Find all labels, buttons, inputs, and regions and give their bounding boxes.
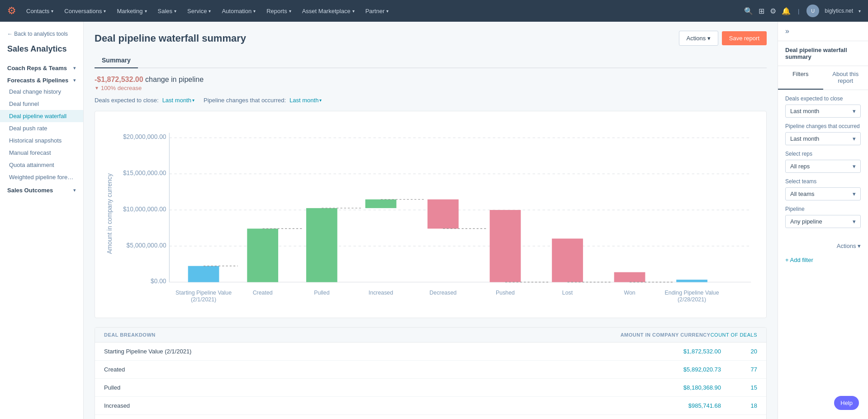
nav-conversations[interactable]: Conversations▾ — [60, 5, 110, 17]
account-dropdown-caret[interactable]: ▾ — [859, 9, 861, 14]
deals-filter-caret: ▾ — [192, 98, 194, 103]
svg-text:(2/1/2021): (2/1/2021) — [191, 296, 216, 303]
pipeline-filter-label: Pipeline changes that occurred: — [204, 97, 286, 104]
help-button[interactable]: Help — [834, 396, 859, 410]
svg-text:Starting Pipeline Value: Starting Pipeline Value — [175, 290, 232, 296]
panel-toggle-button[interactable]: » — [778, 22, 868, 41]
sidebar-item-deal-funnel[interactable]: Deal funnel — [0, 98, 83, 110]
nav-marketing[interactable]: Marketing▾ — [112, 5, 151, 17]
table-row: Decreased $3,249,455.15 44 — [95, 415, 766, 419]
sidebar-item-quota-attainment[interactable]: Quota attainment — [0, 159, 83, 171]
pipeline-caret: ▾ — [853, 218, 856, 225]
bar-created[interactable] — [247, 229, 278, 282]
table-row: Starting Pipeline Value (2/1/2021) $1,87… — [95, 343, 766, 361]
main-content: Deal pipeline waterfall summary Actions … — [84, 22, 778, 419]
svg-text:$10,000,000.00: $10,000,000.00 — [123, 206, 166, 213]
nav-right-section: 🔍 ⊞ ⚙ 🔔 | U biglytics.net ▾ — [744, 5, 861, 17]
sidebar-item-historical-snapshots[interactable]: Historical snapshots — [0, 134, 83, 147]
deal-breakdown-table: DEAL BREAKDOWN AMOUNT IN COMPANY CURRENC… — [95, 327, 767, 419]
top-navigation: ⚙ Contacts▾ Conversations▾ Marketing▾ Sa… — [0, 0, 868, 22]
pipeline-change-stat: -$1,872,532.00 change in pipeline — [95, 76, 767, 84]
settings-icon[interactable]: ⚙ — [770, 7, 776, 15]
waterfall-chart: $20,000,000.00 $15,000,000.00 $10,000,00… — [104, 120, 757, 307]
teams-select[interactable]: All teams ▾ — [785, 187, 861, 200]
right-panel-title: Deal pipeline waterfall summary — [778, 41, 868, 66]
pipeline-label: Pipeline — [785, 206, 861, 212]
teams-caret: ▾ — [853, 190, 856, 197]
sidebar-item-deal-pipeline-waterfall[interactable]: Deal pipeline waterfall — [0, 110, 83, 122]
summary-stats: -$1,872,532.00 change in pipeline ▼ 100%… — [95, 76, 767, 91]
table-row: Created $5,892,020.73 77 — [95, 361, 766, 379]
filter-bar: Deals expected to close: Last month ▾ Pi… — [95, 97, 767, 104]
bar-pulled[interactable] — [306, 208, 337, 282]
deals-filter-label: Deals expected to close: — [95, 97, 159, 104]
sidebar-section-sales-outcomes[interactable]: Sales Outcomes ▾ — [0, 183, 83, 195]
tab-summary[interactable]: Summary — [95, 53, 138, 68]
svg-text:$0.00: $0.00 — [151, 278, 166, 285]
bar-ending-pipeline[interactable] — [676, 280, 707, 282]
pipeline-filter-value[interactable]: Last month ▾ — [289, 97, 322, 104]
table-row: Increased $985,741.68 18 — [95, 397, 766, 415]
nav-marketplace[interactable]: Asset Marketplace▾ — [298, 5, 359, 17]
sidebar-item-deal-push-rate[interactable]: Deal push rate — [0, 122, 83, 134]
filter-section: Deals expected to close Last month ▾ Pip… — [778, 90, 868, 239]
report-actions: Actions ▾ Save report — [679, 31, 767, 46]
bar-won[interactable] — [614, 272, 645, 282]
reps-select[interactable]: All reps ▾ — [785, 160, 861, 173]
pipeline-changes-select[interactable]: Last month ▾ — [785, 132, 861, 145]
nav-sales[interactable]: Sales▾ — [153, 5, 181, 17]
bar-lost[interactable] — [552, 238, 583, 282]
pipeline-filter-caret: ▾ — [319, 98, 322, 103]
save-report-button[interactable]: Save report — [722, 31, 767, 45]
bar-increased[interactable] — [365, 200, 397, 208]
user-avatar[interactable]: U — [806, 5, 819, 17]
nav-service[interactable]: Service▾ — [183, 5, 215, 17]
actions-button[interactable]: Actions ▾ — [679, 31, 718, 46]
sidebar-title: Sales Analytics — [0, 43, 83, 61]
svg-text:Lost: Lost — [562, 290, 573, 296]
down-triangle-icon: ▼ — [95, 86, 99, 90]
report-header: Deal pipeline waterfall summary Actions … — [95, 31, 767, 46]
filter-actions-link[interactable]: Actions ▾ — [837, 243, 861, 249]
tab-bar: Summary — [95, 53, 767, 68]
svg-text:Increased: Increased — [369, 290, 393, 296]
sidebar-section-coach[interactable]: Coach Reps & Teams ▾ — [0, 61, 83, 73]
sidebar-section-forecasts[interactable]: Forecasts & Pipelines ▾ — [0, 73, 83, 86]
bar-decreased[interactable] — [427, 200, 459, 229]
search-icon[interactable]: 🔍 — [744, 7, 753, 15]
apps-icon[interactable]: ⊞ — [759, 7, 764, 15]
svg-text:Won: Won — [624, 290, 635, 296]
sidebar-item-manual-forecast[interactable]: Manual forecast — [0, 147, 83, 159]
sidebar-item-weighted-pipeline-forecast[interactable]: Weighted pipeline forecast — [0, 171, 83, 183]
hubspot-logo[interactable]: ⚙ — [7, 5, 16, 17]
sidebar-item-deal-change-history[interactable]: Deal change history — [0, 86, 83, 98]
svg-text:Ending Pipeline Value: Ending Pipeline Value — [665, 290, 719, 296]
table-row: Pulled $8,180,368.90 15 — [95, 379, 766, 397]
pipeline-select[interactable]: Any pipeline ▾ — [785, 215, 861, 228]
nav-automation[interactable]: Automation▾ — [217, 5, 260, 17]
domain-label: biglytics.net — [825, 8, 853, 14]
report-title: Deal pipeline waterfall summary — [95, 33, 246, 44]
svg-text:$20,000,000.00: $20,000,000.00 — [123, 133, 166, 140]
add-filter-button[interactable]: + Add filter — [778, 253, 868, 267]
bar-pushed[interactable] — [490, 210, 521, 282]
nav-reports[interactable]: Reports▾ — [262, 5, 296, 17]
tab-about-this-report[interactable]: About this report — [823, 66, 868, 90]
notifications-icon[interactable]: 🔔 — [782, 7, 791, 15]
chart-container: $20,000,000.00 $15,000,000.00 $10,000,00… — [95, 111, 767, 318]
bar-starting-pipeline[interactable] — [188, 266, 219, 282]
nav-partner[interactable]: Partner▾ — [361, 5, 394, 17]
back-to-analytics-link[interactable]: ← Back to analytics tools — [0, 29, 83, 43]
tab-filters[interactable]: Filters — [778, 66, 823, 90]
deals-filter-value[interactable]: Last month ▾ — [162, 97, 194, 104]
svg-text:Pulled: Pulled — [314, 290, 329, 296]
sales-outcomes-caret: ▾ — [73, 187, 76, 193]
nav-contacts[interactable]: Contacts▾ — [22, 5, 58, 17]
decrease-stat: ▼ 100% decrease — [95, 85, 767, 91]
deals-close-caret: ▾ — [853, 108, 856, 114]
right-panel: » Deal pipeline waterfall summary Filter… — [778, 22, 868, 419]
svg-text:Decreased: Decreased — [430, 290, 457, 296]
forecasts-section-caret: ▾ — [73, 77, 76, 83]
deals-close-select[interactable]: Last month ▾ — [785, 105, 861, 118]
teams-label: Select teams — [785, 178, 861, 185]
